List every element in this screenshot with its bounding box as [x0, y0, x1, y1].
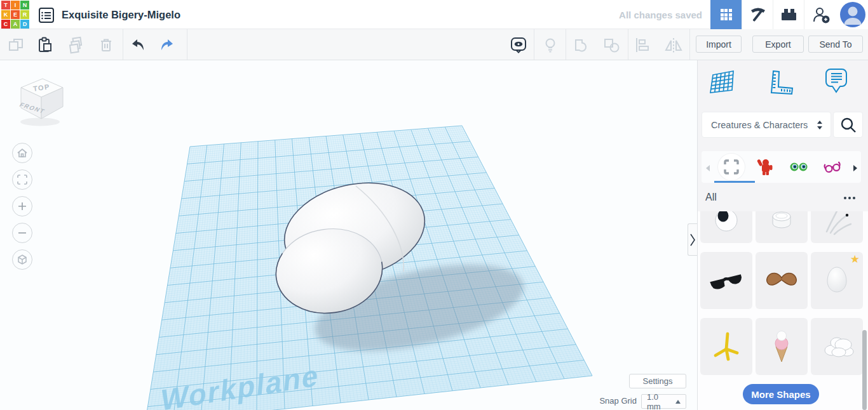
shape-tile-egg[interactable]: ★	[811, 252, 863, 309]
shape-tile-cotton-ball[interactable]	[811, 318, 863, 375]
shape-tile-moustache[interactable]	[756, 252, 808, 309]
group-button[interactable]	[571, 36, 590, 55]
more-shapes-button[interactable]: More Shapes	[743, 384, 819, 404]
logo-cell: D	[20, 20, 29, 29]
panel-scrollbar[interactable]	[862, 330, 867, 410]
tinkercad-app: TINKERCAD Exquisite Bigery-Migelo All ch…	[0, 0, 868, 410]
toolbar-divider	[123, 29, 123, 60]
home-view-button[interactable]	[12, 143, 32, 163]
category-glasses[interactable]	[819, 154, 846, 180]
shape-tile-tooth[interactable]	[756, 211, 808, 243]
whiskers-icon	[818, 211, 856, 238]
align-icon	[633, 36, 652, 55]
perspective-toggle-button[interactable]	[12, 249, 32, 270]
blocks-view-button[interactable]	[710, 0, 742, 29]
moustache-icon	[763, 265, 801, 296]
carousel-next-button[interactable]	[853, 163, 858, 175]
mirror-button[interactable]	[663, 36, 682, 55]
tinkercad-logo[interactable]: TINKERCAD	[1, 1, 29, 29]
zoom-in-button[interactable]	[12, 196, 32, 216]
minecraft-export-button[interactable]	[742, 0, 773, 29]
invite-collaborator-button[interactable]	[804, 0, 837, 29]
cotton-ball-icon	[818, 329, 856, 364]
fit-view-icon	[16, 173, 29, 186]
redo-button[interactable]	[158, 36, 177, 55]
duplicate-button[interactable]	[67, 36, 86, 55]
snap-grid-select[interactable]: 1.0 mm	[641, 394, 686, 409]
category-dropdown-value: Creatures & Characters	[702, 120, 815, 130]
viewport-3d[interactable]: Workplane TOP FRONT	[0, 60, 697, 410]
header: TINKERCAD Exquisite Bigery-Migelo All ch…	[0, 0, 868, 29]
search-icon	[839, 116, 857, 134]
chevron-right-icon	[853, 164, 858, 172]
egg-icon	[818, 264, 856, 297]
category-all-shapes[interactable]	[718, 154, 745, 180]
view-cube[interactable]: TOP FRONT	[16, 71, 68, 128]
user-avatar[interactable]	[837, 0, 868, 29]
category-dropdown[interactable]: Creatures & Characters	[702, 112, 831, 138]
carousel-prev-button[interactable]	[705, 163, 710, 175]
snap-grid-label: Snap Grid	[566, 396, 637, 406]
ungroup-button[interactable]	[602, 36, 621, 55]
all-shapes-icon	[723, 159, 740, 175]
delete-button[interactable]	[97, 36, 116, 55]
import-button[interactable]: Import	[696, 36, 742, 53]
section-options-button[interactable]	[841, 194, 858, 202]
export-button[interactable]: Export	[752, 36, 804, 53]
chevron-up-icon	[674, 399, 682, 405]
save-status: All changes saved	[619, 10, 702, 20]
notes-icon	[823, 66, 851, 96]
toolbar-divider	[628, 29, 628, 60]
zoom-out-button[interactable]	[12, 223, 32, 243]
show-all-icon	[508, 35, 527, 55]
panel-collapse-handle[interactable]	[688, 223, 697, 256]
redo-icon	[158, 36, 177, 55]
logo-cell: I	[11, 1, 20, 10]
category-googly-eyes[interactable]	[785, 154, 812, 180]
fit-view-button[interactable]	[12, 169, 32, 190]
mirror-icon	[663, 36, 682, 55]
settings-button[interactable]: Settings	[629, 374, 686, 388]
hide-button[interactable]	[541, 36, 560, 55]
copy-button[interactable]	[6, 36, 25, 55]
shapes-panel: Creatures & Characters	[697, 60, 868, 410]
design-title[interactable]: Exquisite Bigery-Migelo	[62, 0, 180, 29]
design-properties-icon	[37, 6, 56, 25]
section-title: All	[705, 192, 717, 203]
undo-button[interactable]	[128, 36, 147, 55]
favorite-star-icon: ★	[850, 254, 860, 265]
ice-cream-icon	[763, 329, 801, 364]
scene-3d[interactable]: Workplane	[0, 60, 697, 410]
send-to-button[interactable]: Send To	[808, 36, 863, 53]
brick-export-button[interactable]	[773, 0, 804, 29]
toolbar-divider	[187, 29, 187, 60]
shape-tile-sunglasses[interactable]	[700, 252, 752, 309]
user-avatar-icon	[840, 2, 865, 27]
shape-tile-eyeball[interactable]	[700, 211, 752, 243]
googly-eyes-icon	[789, 161, 808, 173]
workplane-tool-button[interactable]	[709, 67, 736, 102]
logo-cell: N	[20, 1, 29, 10]
trash-icon	[97, 36, 116, 55]
show-all-button[interactable]	[508, 36, 527, 55]
tooth-icon	[763, 211, 801, 238]
toolbar-divider	[566, 29, 566, 60]
align-button[interactable]	[633, 36, 652, 55]
category-character[interactable]	[752, 154, 778, 180]
logo-cell: T	[1, 1, 10, 10]
toolbar-divider	[534, 29, 534, 60]
blocks-grid-icon	[721, 9, 732, 20]
shapes-scroll-area[interactable]: ★	[698, 211, 868, 410]
design-properties-button[interactable]	[36, 5, 57, 25]
paste-button[interactable]	[35, 36, 54, 55]
notes-tool-button[interactable]	[823, 66, 851, 99]
shape-tile-chicken-feet[interactable]	[700, 318, 752, 375]
header-right: All changes saved	[619, 0, 868, 29]
logo-cell: K	[1, 10, 10, 19]
ruler-tool-button[interactable]	[766, 68, 795, 101]
search-button[interactable]	[833, 112, 863, 138]
shape-tile-whiskers[interactable]	[811, 211, 863, 243]
eyeball-icon	[707, 211, 745, 238]
shape-tile-ice-cream[interactable]	[756, 318, 808, 375]
glasses-icon	[823, 159, 842, 175]
